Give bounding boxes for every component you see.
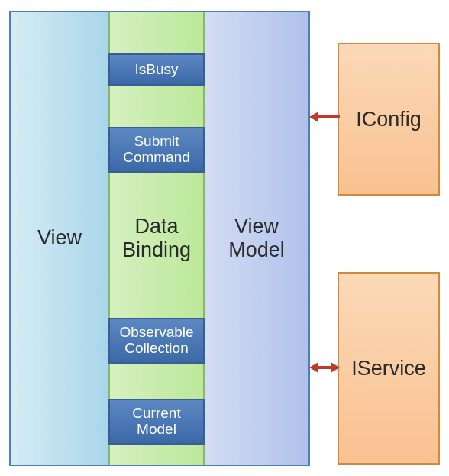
view-label: View (37, 226, 82, 250)
arrow-head-left-icon (309, 362, 318, 373)
binding-label: DataBinding (122, 215, 191, 262)
property-observable-collection: ObservableCollection (108, 318, 205, 364)
mvvm-container: View DataBinding IsBusy SubmitCommand Ob… (9, 11, 310, 466)
arrow-shaft (318, 366, 331, 369)
property-label: SubmitCommand (123, 134, 190, 166)
arrow-head-right-icon (331, 362, 340, 373)
iservice-box: IService (338, 272, 440, 465)
property-label: CurrentModel (132, 406, 180, 438)
iconfig-box: IConfig (338, 43, 440, 196)
arrow-service (309, 362, 340, 373)
property-submit-command: SubmitCommand (108, 127, 205, 173)
property-isbusy: IsBusy (108, 53, 205, 86)
property-label: IsBusy (134, 62, 178, 78)
viewmodel-label: ViewModel (228, 215, 285, 262)
arrow-config (309, 112, 340, 122)
iservice-label: IService (351, 357, 426, 380)
view-column: View (11, 12, 108, 465)
property-current-model: CurrentModel (108, 399, 205, 445)
property-label: ObservableCollection (119, 325, 193, 357)
arrow-head-left-icon (309, 112, 318, 122)
arrow-shaft (318, 115, 340, 118)
viewmodel-column: ViewModel (205, 12, 308, 465)
data-binding-column: DataBinding IsBusy SubmitCommand Observa… (108, 12, 205, 465)
iconfig-label: IConfig (356, 108, 422, 131)
